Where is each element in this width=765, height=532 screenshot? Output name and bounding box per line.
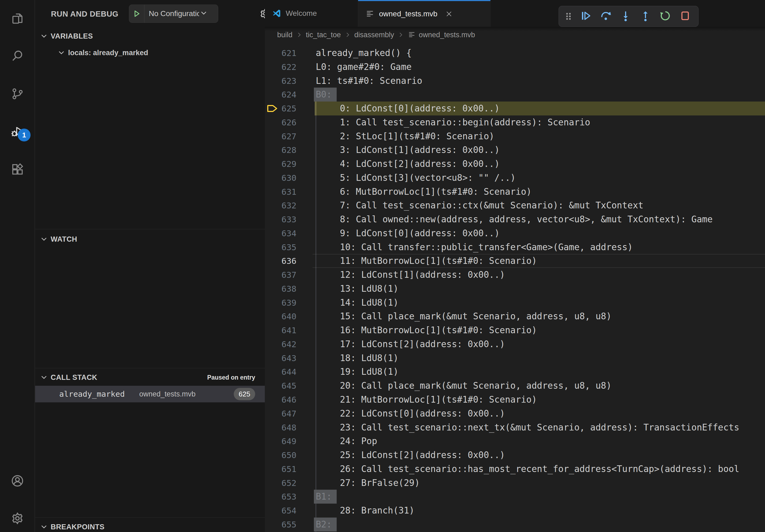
line-number: 649 xyxy=(273,434,297,448)
line-number: 648 xyxy=(273,420,297,434)
code-text[interactable]: 23: Call test_scenario::next_tx(&mut Sce… xyxy=(340,420,739,434)
code-text[interactable]: 10: Call transfer::public_transfer<Game>… xyxy=(340,240,633,254)
breadcrumb: buildtic_tac_toedisassemblyowned_tests.m… xyxy=(265,27,765,43)
code-text[interactable]: B2: xyxy=(316,518,337,531)
line-number: 626 xyxy=(273,116,297,130)
code-text[interactable]: 13: LdU8(1) xyxy=(340,282,398,296)
debug-step-into-button[interactable] xyxy=(616,7,635,26)
tab-owned-tests[interactable]: owned_tests.mvb xyxy=(358,0,490,27)
code-text[interactable]: 24: Pop xyxy=(340,434,377,448)
code-text[interactable]: 16: MutBorrowLoc[1](ts#1#0: Scenario) xyxy=(340,323,537,337)
code-text[interactable]: 12: LdConst[1](address: 0x00..) xyxy=(340,268,505,282)
debug-config-dropdown[interactable]: No Configurations xyxy=(129,5,218,23)
activity-bar: 1 xyxy=(0,0,35,532)
chevron-down-icon xyxy=(200,9,208,18)
line-number: 636 xyxy=(273,254,297,268)
code-text[interactable]: 27: BrFalse(29) xyxy=(340,476,420,490)
code-line-622: 622L0: game#2#0: Game xyxy=(265,60,765,74)
line-number: 635 xyxy=(273,240,297,254)
activity-item-search[interactable] xyxy=(0,42,35,71)
code-text[interactable]: 18: LdU8(1) xyxy=(340,351,398,365)
code-line-654: 65428: Branch(31) xyxy=(265,504,765,518)
code-line-643: 64318: LdU8(1) xyxy=(265,351,765,365)
code-text[interactable]: 9: LdConst[0](address: 0x00..) xyxy=(340,226,500,240)
code-text[interactable]: 14: LdU8(1) xyxy=(340,296,398,310)
activity-item-extensions[interactable] xyxy=(0,155,35,184)
code-text[interactable]: 2: StLoc[1](ts#1#0: Scenario) xyxy=(340,130,494,143)
accounts-icon xyxy=(10,474,25,489)
code-text[interactable]: 15: Call place_mark(&mut Scenario, addre… xyxy=(340,309,611,323)
variables-section-header[interactable]: VARIABLES xyxy=(35,29,265,43)
activity-item-accounts[interactable] xyxy=(0,467,35,496)
code-text[interactable]: 0: LdConst[0](address: 0x00..) xyxy=(340,102,500,116)
tab-label: owned_tests.mvb xyxy=(379,10,437,18)
code-text[interactable]: 21: MutBorrowLoc[1](ts#1#0: Scenario) xyxy=(340,393,537,406)
line-number: 627 xyxy=(273,130,297,143)
line-number: 642 xyxy=(273,337,297,351)
debug-restart-button[interactable] xyxy=(655,7,675,26)
code-text[interactable]: 8: Call owned::new(address, address, vec… xyxy=(340,212,713,226)
source-control-icon xyxy=(10,87,25,102)
code-line-645: 64520: Call place_mark(&mut Scenario, ad… xyxy=(265,379,765,393)
code-text[interactable]: 3: LdConst[1](address: 0x00..) xyxy=(340,143,500,157)
paused-status-badge: Paused on entry xyxy=(207,374,255,381)
block-label: B2: xyxy=(314,518,337,531)
breadcrumb-item-disassembly[interactable]: disassembly xyxy=(355,31,394,39)
call-stack-section-header[interactable]: CALL STACK Paused on entry xyxy=(35,370,265,385)
debug-stop-button[interactable] xyxy=(675,7,695,26)
code-line-628: 6283: LdConst[1](address: 0x00..) xyxy=(265,143,765,157)
code-text[interactable]: 7: Call test_scenario::ctx(&mut Scenario… xyxy=(340,198,643,212)
activity-item-run-and-debug[interactable]: 1 xyxy=(0,117,35,147)
breakpoints-section-header[interactable]: BREAKPOINTS xyxy=(35,520,265,532)
breadcrumb-item-build[interactable]: build xyxy=(277,31,293,39)
section-divider xyxy=(35,517,265,518)
code-text[interactable]: B0: xyxy=(316,88,337,102)
debug-toolbar xyxy=(559,6,698,27)
code-text[interactable]: 25: LdConst[2](address: 0x00..) xyxy=(340,448,505,462)
code-text[interactable]: 26: Call test_scenario::has_most_recent_… xyxy=(340,462,739,476)
frame-line-badge: 625 xyxy=(234,388,255,400)
code-text[interactable]: 19: LdU8(1) xyxy=(340,365,398,379)
close-icon[interactable] xyxy=(445,10,453,18)
code-text[interactable]: 6: MutBorrowLoc[1](ts#1#0: Scenario) xyxy=(340,185,531,199)
debug-restart-icon xyxy=(659,10,671,23)
file-lines-icon xyxy=(407,31,416,39)
breakpoints-label: BREAKPOINTS xyxy=(51,523,105,531)
code-text[interactable]: 4: LdConst[2](address: 0x00..) xyxy=(340,157,500,171)
code-text[interactable]: 22: LdConst[0](address: 0x00..) xyxy=(340,406,505,420)
variables-scope-locals[interactable]: locals: already_marked xyxy=(35,46,265,60)
toolbar-drag-handle-icon[interactable] xyxy=(561,11,576,22)
code-text[interactable]: 17: LdConst[2](address: 0x00..) xyxy=(340,337,505,351)
code-text[interactable]: 5: LdConst[3](vector<u8>: "" /..) xyxy=(340,171,516,185)
code-text[interactable]: L0: game#2#0: Game xyxy=(316,60,412,74)
code-line-631: 6316: MutBorrowLoc[1](ts#1#0: Scenario) xyxy=(265,185,765,199)
activity-item-settings[interactable] xyxy=(0,504,35,532)
code-text[interactable]: L1: ts#1#0: Scenario xyxy=(316,74,422,88)
watch-section-header[interactable]: WATCH xyxy=(35,232,265,246)
call-stack-frame-row[interactable]: already_marked owned_tests.mvb 625 xyxy=(35,386,265,402)
code-line-642: 64217: LdConst[2](address: 0x00..) xyxy=(265,337,765,351)
code-line-639: 63914: LdU8(1) xyxy=(265,296,765,310)
code-text[interactable]: 11: MutBorrowLoc[1](ts#1#0: Scenario) xyxy=(340,254,537,268)
activity-item-source-control[interactable] xyxy=(0,80,35,109)
debug-continue-button[interactable] xyxy=(576,7,596,26)
code-text[interactable]: B1: xyxy=(316,490,337,504)
code-line-641: 64116: MutBorrowLoc[1](ts#1#0: Scenario) xyxy=(265,323,765,337)
chevron-right-icon xyxy=(296,31,303,38)
code-line-650: 65025: LdConst[2](address: 0x00..) xyxy=(265,448,765,462)
run-debug-sidebar: RUN AND DEBUG No Configurations VARIABLE… xyxy=(35,0,265,532)
code-text[interactable]: 20: Call place_mark(&mut Scenario, addre… xyxy=(340,379,611,393)
code-text[interactable]: 28: Branch(31) xyxy=(340,504,414,518)
breadcrumb-item-owned_tests.mvb[interactable]: owned_tests.mvb xyxy=(419,31,475,39)
code-text[interactable]: already_marked() { xyxy=(316,46,412,60)
code-text[interactable]: 1: Call test_scenario::begin(address): S… xyxy=(340,116,590,130)
debug-step-out-button[interactable] xyxy=(635,7,655,26)
code-line-653: 653B1: xyxy=(265,490,765,504)
breadcrumb-item-tic_tac_toe[interactable]: tic_tac_toe xyxy=(306,31,341,39)
tab-welcome[interactable]: Welcome xyxy=(265,0,358,27)
activity-item-explorer[interactable] xyxy=(0,4,35,34)
debug-step-over-button[interactable] xyxy=(596,7,616,26)
debug-stop-icon xyxy=(679,10,691,23)
frame-function-name: already_marked xyxy=(59,390,125,399)
line-number: 643 xyxy=(273,351,297,365)
